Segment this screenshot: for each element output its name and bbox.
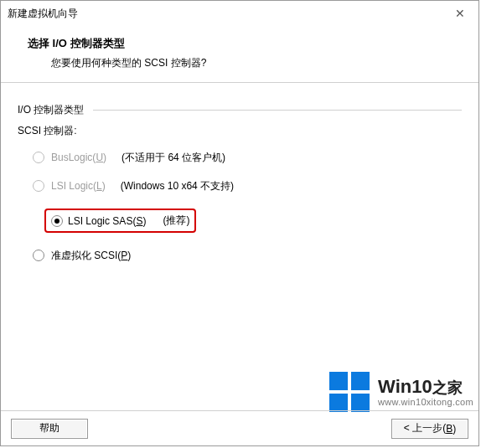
wizard-header-subtitle: 您要使用何种类型的 SCSI 控制器? (28, 56, 452, 70)
controller-options: BusLogic(U) (不适用于 64 位客户机) LSI Logic(L) … (18, 148, 462, 265)
option-paravirtual-label[interactable]: 准虚拟化 SCSI(P) (51, 249, 131, 263)
option-lsilogic-note: (Windows 10 x64 不支持) (121, 179, 234, 193)
radio-paravirtual[interactable] (33, 250, 44, 261)
radio-lsilogic-sas[interactable] (51, 215, 63, 227)
close-icon: ✕ (455, 7, 465, 20)
option-lsilogic-sas-highlight: LSI Logic SAS(S) (推荐) (44, 209, 196, 233)
radio-buslogic (33, 152, 44, 163)
close-button[interactable]: ✕ (441, 1, 478, 26)
wizard-window: 新建虚拟机向导 ✕ 选择 I/O 控制器类型 您要使用何种类型的 SCSI 控制… (0, 0, 479, 446)
option-lsilogic-label: LSI Logic(L) (51, 180, 106, 192)
option-lsilogic-sas-label[interactable]: LSI Logic SAS(S) (68, 215, 146, 227)
help-button[interactable]: 帮助 (11, 419, 88, 439)
window-title: 新建虚拟机向导 (8, 7, 78, 21)
titlebar: 新建虚拟机向导 ✕ (1, 1, 478, 26)
option-buslogic-note: (不适用于 64 位客户机) (122, 151, 225, 165)
option-buslogic: BusLogic(U) (不适用于 64 位客户机) (33, 148, 462, 167)
wizard-header: 选择 I/O 控制器类型 您要使用何种类型的 SCSI 控制器? (1, 26, 478, 83)
watermark-brand: Win10之家 (378, 377, 473, 397)
watermark: Win10之家 www.win10xitong.com (329, 372, 473, 412)
option-lsilogic-sas-note: (推荐) (163, 214, 189, 228)
group-divider (93, 110, 462, 111)
option-buslogic-label: BusLogic(U) (51, 152, 106, 163)
option-paravirtual[interactable]: 准虚拟化 SCSI(P) (33, 246, 462, 265)
back-button[interactable]: < 上一步(B) (391, 419, 468, 439)
radio-lsilogic (33, 180, 44, 192)
wizard-header-title: 选择 I/O 控制器类型 (28, 36, 452, 51)
scsi-controller-label: SCSI 控制器: (18, 124, 462, 138)
watermark-text: Win10之家 www.win10xitong.com (378, 377, 473, 407)
wizard-button-bar: 帮助 < 上一步(B) (1, 410, 478, 445)
watermark-url: www.win10xitong.com (378, 397, 473, 407)
io-controller-group: I/O 控制器类型 SCSI 控制器: BusLogic(U) (不适用于 64… (18, 103, 462, 265)
wizard-content: I/O 控制器类型 SCSI 控制器: BusLogic(U) (不适用于 64… (1, 83, 478, 283)
group-legend: I/O 控制器类型 (18, 104, 84, 116)
watermark-logo-icon (329, 372, 370, 412)
option-lsilogic: LSI Logic(L) (Windows 10 x64 不支持) (33, 177, 462, 195)
